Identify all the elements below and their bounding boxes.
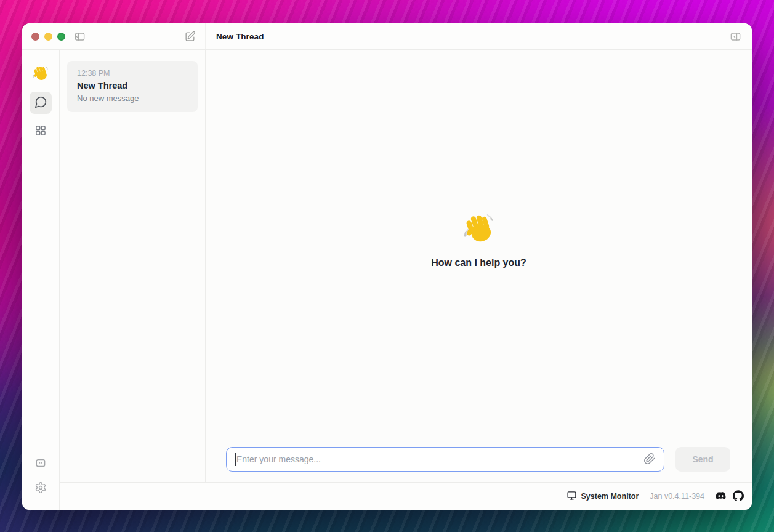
settings-gear-icon — [34, 482, 47, 496]
sidebar-top-group — [30, 65, 52, 142]
compose-pencil-icon — [184, 31, 196, 42]
waving-hand-emoji — [462, 212, 496, 245]
waving-hand-emoji — [32, 65, 49, 82]
status-footer: System Monitor Jan v0.4.11-394 — [60, 482, 752, 510]
hub-grid-icon — [34, 124, 47, 139]
sidebar-item-local-api-server[interactable] — [30, 454, 52, 473]
zoom-window-button[interactable] — [57, 33, 65, 41]
new-thread-button[interactable] — [184, 31, 196, 42]
right-area: 12:38 PM New Thread No new message — [60, 50, 752, 510]
window-body: 12:38 PM New Thread No new message — [22, 50, 752, 510]
collapse-left-panel-button[interactable] — [74, 31, 86, 42]
sidebar-item-threads[interactable] — [30, 92, 52, 114]
message-input-container[interactable] — [226, 447, 664, 472]
send-button[interactable]: Send — [675, 447, 730, 472]
page-title: New Thread — [216, 32, 264, 41]
thread-subtitle: No new message — [77, 94, 188, 103]
message-composer: Send — [206, 447, 752, 482]
discord-icon — [714, 491, 727, 502]
thread-list: 12:38 PM New Thread No new message — [60, 50, 206, 482]
icon-sidebar — [22, 50, 60, 510]
desktop-wallpaper: New Thread — [0, 0, 774, 532]
panel-left-collapse-icon — [74, 31, 86, 42]
empty-state: How can I help you? — [206, 41, 752, 438]
github-icon — [733, 490, 744, 503]
chat-main: How can I help you? — [206, 50, 752, 482]
close-window-button[interactable] — [31, 33, 39, 41]
panel-right-collapse-icon — [730, 31, 741, 42]
paperclip-icon — [643, 453, 656, 467]
window-controls — [31, 33, 65, 41]
local-api-server-icon — [34, 457, 47, 471]
thread-time: 12:38 PM — [77, 69, 188, 78]
thread-title: New Thread — [77, 81, 188, 91]
collapse-right-panel-button[interactable] — [730, 31, 741, 42]
github-link[interactable] — [733, 490, 744, 503]
message-input[interactable] — [227, 448, 641, 471]
attachment-button[interactable] — [641, 453, 664, 467]
discord-link[interactable] — [714, 491, 727, 502]
text-caret — [235, 453, 236, 466]
jan-app-window: New Thread — [22, 23, 752, 510]
system-monitor-label: System Monitor — [581, 492, 639, 501]
sidebar-item-hub[interactable] — [30, 120, 52, 142]
greeting-text: How can I help you? — [431, 257, 526, 268]
content-row: 12:38 PM New Thread No new message — [60, 50, 752, 482]
system-monitor-button[interactable]: System Monitor — [566, 490, 639, 502]
monitor-icon — [566, 490, 577, 502]
thread-list-item[interactable]: 12:38 PM New Thread No new message — [67, 61, 198, 112]
minimize-window-button[interactable] — [44, 33, 52, 41]
chat-bubble-icon — [34, 95, 47, 110]
header-left-toolbar — [22, 23, 206, 49]
app-version: Jan v0.4.11-394 — [650, 492, 704, 501]
sidebar-bottom-group — [30, 454, 52, 498]
sidebar-item-settings[interactable] — [30, 479, 52, 498]
